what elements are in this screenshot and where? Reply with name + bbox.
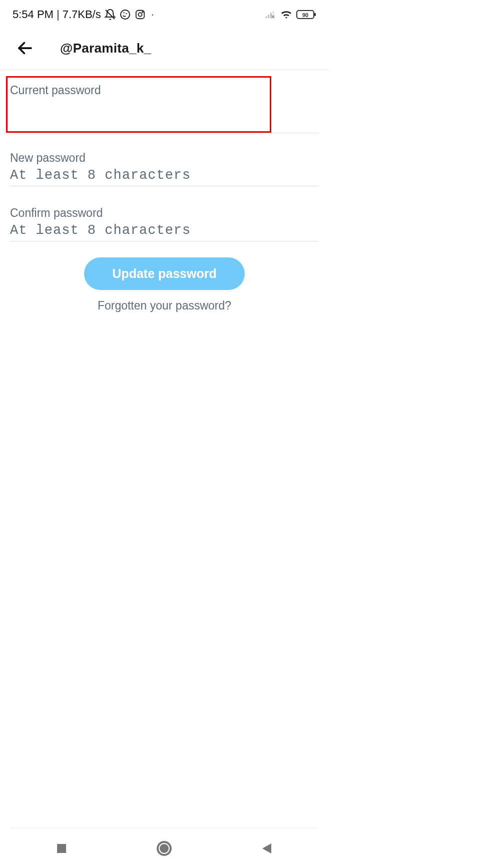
confirm-password-input[interactable] — [10, 220, 319, 239]
svg-point-3 — [138, 13, 142, 16]
svg-point-17 — [160, 844, 169, 853]
forgot-password-link[interactable]: Forgotten your password? — [98, 299, 231, 313]
bell-mute-icon — [104, 9, 116, 21]
android-nav-bar — [10, 828, 318, 868]
new-password-group: New password — [10, 151, 319, 186]
confirm-password-label: Confirm password — [10, 206, 319, 220]
svg-point-1 — [121, 10, 130, 19]
svg-point-4 — [142, 12, 143, 13]
nav-recent-button[interactable] — [37, 842, 87, 854]
svg-rect-15 — [57, 844, 66, 853]
status-bar: 5:54 PM | 7.7KB/s — [0, 0, 329, 29]
svg-rect-12 — [314, 13, 316, 16]
password-form: Current password New password Confirm pa… — [0, 70, 329, 313]
svg-rect-5 — [266, 17, 267, 19]
update-password-button[interactable]: Update password — [84, 257, 244, 290]
wifi-icon — [280, 9, 292, 21]
app-header: @Paramita_k_ — [0, 29, 329, 69]
status-right: 90 — [264, 9, 319, 21]
nav-home-button[interactable] — [139, 840, 189, 857]
current-password-input[interactable] — [10, 97, 270, 102]
status-dot: · — [149, 8, 156, 21]
svg-marker-18 — [262, 843, 271, 853]
page-title: @Paramita_k_ — [60, 41, 151, 56]
status-left: 5:54 PM | 7.7KB/s — [13, 8, 156, 21]
status-data-rate: 7.7KB/s — [63, 8, 101, 21]
svg-rect-6 — [268, 15, 269, 18]
svg-rect-7 — [270, 13, 272, 18]
signal-icon — [264, 9, 276, 21]
whatsapp-icon — [119, 9, 131, 21]
instagram-icon — [134, 9, 146, 21]
status-time: 5:54 PM — [13, 8, 54, 21]
svg-text:90: 90 — [302, 12, 308, 18]
current-password-label: Current password — [10, 84, 270, 97]
confirm-password-group: Confirm password — [10, 206, 319, 241]
current-password-group: Current password — [6, 76, 271, 133]
battery-icon: 90 — [296, 10, 316, 20]
status-separator: | — [57, 8, 60, 21]
new-password-input[interactable] — [10, 165, 319, 184]
nav-back-button[interactable] — [242, 842, 292, 855]
new-password-label: New password — [10, 151, 319, 165]
back-button[interactable] — [15, 38, 35, 58]
